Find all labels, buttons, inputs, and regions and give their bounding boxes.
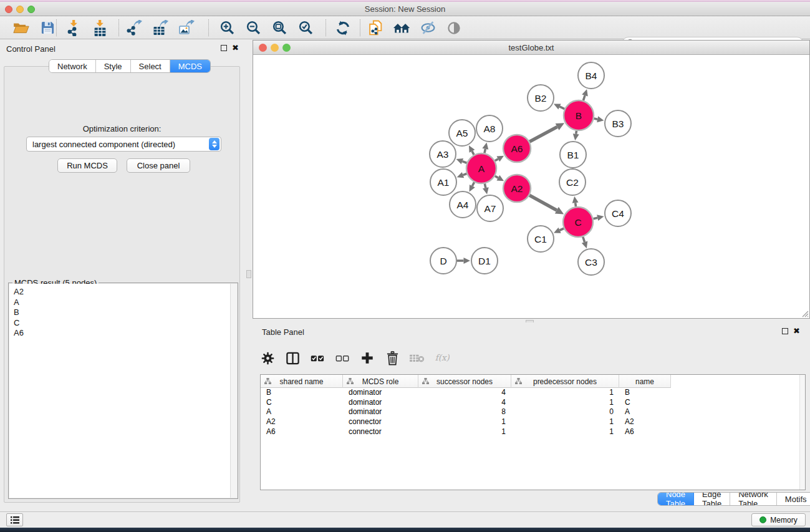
graph-node-C1[interactable]: C1	[528, 226, 554, 252]
save-session-icon[interactable]	[39, 19, 56, 37]
optimization-criterion-dropdown[interactable]: largest connected component (directed)	[26, 137, 221, 152]
tab-network[interactable]: Network	[49, 60, 96, 72]
home-view-icon[interactable]	[393, 19, 410, 37]
close-panel-icon[interactable]: ✖	[232, 45, 239, 51]
graph-node-A5[interactable]: A5	[449, 120, 475, 146]
tab-edge-table[interactable]: Edge Table	[694, 493, 730, 505]
close-panel-button[interactable]: Close panel	[127, 158, 190, 173]
column-header-MCDS-role[interactable]: MCDS role	[343, 375, 418, 388]
zoom-out-icon[interactable]	[244, 19, 262, 37]
show-hide-graphics-icon[interactable]	[419, 19, 436, 37]
graph-node-B4[interactable]: B4	[578, 62, 604, 89]
tab-style[interactable]: Style	[96, 60, 131, 72]
export-table-icon[interactable]	[152, 19, 170, 37]
graph-edge-A-A4[interactable]	[470, 182, 475, 191]
export-image-icon[interactable]	[178, 19, 196, 37]
node-table-scrollbar[interactable]	[799, 375, 805, 490]
network-canvas[interactable]: AA1A2A3A4A5A6A7A8BB1B2B3B4CC1C2C3C4DD1	[253, 55, 809, 318]
select-all-icon[interactable]	[310, 351, 325, 365]
unselect-all-icon[interactable]	[335, 351, 350, 365]
column-header-predecessor-nodes[interactable]: predecessor nodes	[511, 375, 619, 388]
open-session-icon[interactable]	[12, 19, 30, 37]
float-panel-icon[interactable]	[221, 45, 227, 51]
zoom-in-icon[interactable]	[218, 19, 236, 37]
graph-edge-A-A6[interactable]	[495, 156, 504, 162]
panel-divider-gripper-vertical[interactable]	[246, 270, 251, 278]
graph-node-A8[interactable]: A8	[476, 115, 503, 142]
graph-node-C4[interactable]: C4	[605, 200, 631, 226]
run-mcds-button[interactable]: Run MCDS	[57, 158, 117, 173]
graph-edge-A-A7[interactable]	[483, 183, 489, 194]
graph-edge-B-B4[interactable]	[582, 89, 588, 100]
graph-node-B1[interactable]: B1	[560, 142, 586, 168]
graph-edge-C-C1[interactable]	[554, 228, 564, 233]
tab-network-table[interactable]: Network Table	[730, 493, 777, 505]
table-row[interactable]: A6connector11A6	[261, 427, 805, 437]
mcds-result-scrollbar[interactable]	[230, 284, 237, 498]
graph-edge-B-B3[interactable]	[594, 116, 604, 122]
split-panel-icon[interactable]	[285, 351, 300, 365]
birdseye-view-icon[interactable]	[445, 19, 463, 37]
close-table-panel-icon[interactable]: ✖	[793, 328, 800, 334]
delete-row-icon[interactable]	[385, 351, 400, 365]
graph-node-A6[interactable]: A6	[503, 135, 531, 162]
network-graph[interactable]: AA1A2A3A4A5A6A7A8BB1B2B3B4CC1C2C3C4DD1	[253, 55, 809, 318]
graph-node-C[interactable]: C	[563, 207, 593, 237]
graph-edge-A-A2[interactable]	[495, 175, 504, 181]
table-row[interactable]: Adominator80A	[261, 407, 805, 417]
graph-node-D[interactable]: D	[430, 248, 456, 274]
export-network-icon[interactable]	[126, 19, 143, 37]
graph-node-A7[interactable]: A7	[477, 195, 503, 221]
graph-edge-C-C2[interactable]	[572, 196, 579, 206]
graph-node-A3[interactable]: A3	[430, 141, 456, 167]
tab-select[interactable]: Select	[131, 60, 170, 72]
graph-edge-C-C3[interactable]	[582, 237, 588, 248]
window-resize-grip[interactable]	[801, 309, 809, 317]
graph-node-D1[interactable]: D1	[471, 248, 498, 274]
graph-edge-C-C4[interactable]	[593, 215, 604, 221]
graph-node-A4[interactable]: A4	[450, 191, 476, 218]
graph-node-B[interactable]: B	[564, 100, 594, 130]
import-table-icon[interactable]	[91, 19, 108, 37]
graph-node-A[interactable]: A	[466, 153, 496, 183]
table-settings-gear-icon[interactable]	[260, 351, 275, 365]
graph-node-C2[interactable]: C2	[559, 169, 586, 195]
graph-node-A2[interactable]: A2	[503, 175, 531, 202]
graph-node-C3[interactable]: C3	[578, 249, 604, 275]
zoom-selected-icon[interactable]	[297, 19, 314, 37]
column-header-shared-name[interactable]: shared name	[261, 375, 343, 388]
graph-node-B3[interactable]: B3	[605, 110, 631, 137]
column-header-name[interactable]: name	[619, 375, 671, 388]
graph-edge-D-D1[interactable]	[457, 258, 470, 264]
graph-edge-A6-B[interactable]	[529, 123, 564, 142]
table-row[interactable]: A2connector11A2	[261, 417, 805, 427]
graph-edge-B-B1[interactable]	[573, 131, 579, 140]
mcds-result-item[interactable]: A6	[14, 328, 237, 339]
float-table-panel-icon[interactable]	[782, 328, 788, 334]
mcds-result-item[interactable]: C	[14, 318, 237, 329]
tab-mcds[interactable]: MCDS	[170, 60, 210, 72]
table-row[interactable]: Bdominator41B	[261, 388, 805, 398]
mcds-result-item[interactable]: B	[14, 307, 237, 318]
column-header-successor-nodes[interactable]: successor nodes	[418, 375, 511, 388]
add-row-icon[interactable]	[360, 351, 375, 365]
mcds-result-item[interactable]: A2	[14, 287, 237, 297]
graph-edge-A2-C[interactable]	[529, 195, 564, 214]
graph-node-A1[interactable]: A1	[430, 169, 456, 195]
graph-edge-A-A3[interactable]	[456, 158, 467, 164]
graph-edge-B-B2[interactable]	[554, 104, 564, 109]
duplicate-network-icon[interactable]	[367, 19, 384, 37]
zoom-fit-icon[interactable]	[271, 19, 288, 37]
task-history-button[interactable]	[6, 513, 23, 526]
refresh-network-icon[interactable]	[334, 19, 352, 37]
mcds-result-item[interactable]: A	[14, 297, 237, 308]
tab-motifs[interactable]: Motifs	[777, 493, 810, 505]
graph-edge-A-A5[interactable]	[469, 145, 475, 155]
import-network-icon[interactable]	[65, 19, 82, 37]
table-row[interactable]: Cdominator41C	[261, 398, 805, 408]
graph-edge-A-A8[interactable]	[482, 143, 488, 153]
memory-button[interactable]: Memory	[751, 513, 806, 526]
graph-node-B2[interactable]: B2	[528, 85, 554, 111]
graph-edge-A-A1[interactable]	[457, 172, 467, 178]
tab-node-table[interactable]: Node Table	[658, 493, 694, 505]
